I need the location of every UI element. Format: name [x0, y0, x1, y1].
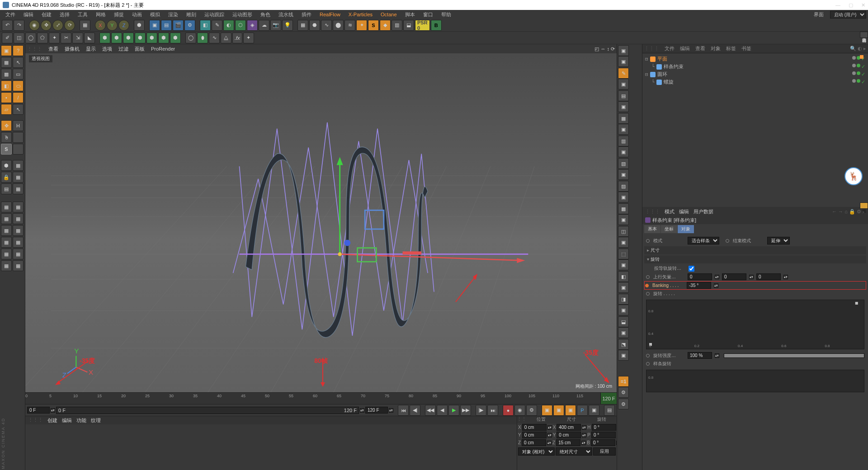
menu-octane[interactable]: Octane — [377, 11, 400, 18]
dynamics-icon[interactable]: ⬤ — [333, 20, 344, 31]
vp-tab-options[interactable]: 选项 — [102, 46, 112, 52]
spinner-icon[interactable]: ▴▾ — [51, 408, 55, 413]
r11-icon[interactable]: ◧ — [618, 271, 629, 282]
octane-icon[interactable]: ▥ — [392, 20, 402, 31]
generator-icon[interactable]: ⬡ — [235, 20, 246, 31]
play-rev-icon[interactable]: ◀ — [437, 405, 448, 416]
pal9-icon[interactable]: ▦ — [1, 249, 12, 259]
pen-spline-icon[interactable]: ✎ — [212, 20, 222, 31]
menu-anim[interactable]: 动画 — [128, 10, 146, 19]
selection-rect-icon[interactable]: ◫ — [14, 33, 24, 43]
grid1-icon[interactable]: ▦ — [13, 160, 24, 171]
hair-icon[interactable]: ∿ — [321, 20, 332, 31]
vp-tab-display[interactable]: 显示 — [86, 46, 96, 52]
select-live-icon[interactable]: ◉ — [29, 20, 40, 31]
attr-tab-edit[interactable]: 编辑 — [679, 208, 689, 215]
workplane-icon[interactable]: ◧ — [1, 80, 12, 91]
undo-icon[interactable]: ↶ — [2, 20, 13, 31]
r13b-icon[interactable]: ▣ — [618, 327, 629, 338]
r-eq-icon[interactable]: =1 — [618, 376, 629, 387]
xp2-icon[interactable]: S — [368, 20, 379, 31]
attr-spline-rot-graph[interactable]: 0.8 — [646, 370, 864, 392]
close-button[interactable]: ✕ — [861, 2, 865, 8]
pal12-icon[interactable]: ▦ — [13, 260, 24, 271]
hier-tab-view[interactable]: 查看 — [695, 45, 705, 52]
coord-rot-field[interactable] — [592, 424, 616, 431]
hierarchy-item[interactable]: └ 螺旋 ✓ — [644, 78, 866, 86]
r4-icon[interactable]: ▦ — [618, 113, 629, 124]
menu-sculpt[interactable]: 雕刻 — [183, 10, 200, 19]
r7-icon[interactable]: ▨ — [618, 181, 629, 192]
mograph-icon[interactable]: ⬣ — [309, 20, 320, 31]
pointer-icon[interactable]: ↖ — [13, 57, 24, 68]
status-tab-tex[interactable]: 纹理 — [91, 417, 101, 423]
attr-follow-checkbox[interactable] — [689, 266, 694, 272]
r3b-icon[interactable]: ▣ — [618, 101, 629, 112]
axis-mode-icon[interactable]: ✥ — [1, 120, 12, 131]
menu-tools[interactable]: 工具 — [74, 10, 91, 19]
attr-size-section[interactable]: 尺寸 — [644, 246, 866, 254]
menu-create[interactable]: 创建 — [38, 10, 55, 19]
g3-icon[interactable]: ⬢ — [123, 33, 134, 43]
g1-icon[interactable]: ⬢ — [99, 33, 110, 43]
r7b-icon[interactable]: ▣ — [618, 192, 629, 202]
vp-tab-view[interactable]: 查看 — [48, 46, 58, 52]
r2b-icon[interactable]: ▣ — [618, 79, 629, 89]
redo-icon[interactable]: ↷ — [14, 20, 24, 31]
coord-obj-mode[interactable]: 对象 (相对) — [518, 447, 555, 456]
r12-icon[interactable]: ◨ — [618, 294, 629, 305]
xp-icon[interactable]: ✦ — [356, 20, 367, 31]
rotate-icon[interactable]: ⟳ — [64, 20, 75, 31]
extrude-icon[interactable]: ⇲ — [72, 33, 83, 43]
axis-y-icon[interactable]: Y — [107, 20, 118, 31]
menu-script[interactable]: 脚本 — [401, 10, 419, 19]
vp-tab-prorender[interactable]: ProRender — [151, 46, 175, 52]
autokey-icon[interactable]: ◉ — [514, 405, 525, 416]
r2-icon[interactable]: ✎ — [618, 68, 629, 79]
hier-tab-obj[interactable]: 对象 — [711, 45, 721, 52]
play-ff-icon[interactable]: ▶▶ — [460, 405, 471, 416]
r-gear-icon[interactable]: ⚙ — [618, 387, 629, 398]
g7-icon[interactable]: ⬢ — [170, 33, 181, 43]
brush-icon[interactable]: ✐ — [2, 33, 13, 43]
timeline-current[interactable]: 0 F — [58, 408, 66, 413]
r14-icon[interactable]: ⬔ — [618, 339, 629, 350]
menu-pipe[interactable]: 流水线 — [275, 10, 297, 19]
vp-tab-filter[interactable]: 过滤 — [118, 46, 128, 52]
lasso2-icon[interactable]: ⬭ — [13, 80, 24, 91]
pal1-icon[interactable]: ▦ — [1, 202, 12, 212]
timeline-range-field[interactable] — [365, 407, 388, 414]
sp-icon[interactable]: ▴▾ — [715, 275, 719, 279]
grid3-icon[interactable]: ▦ — [13, 183, 24, 194]
symmetry-icon[interactable]: ⧋ — [221, 33, 231, 43]
grid2-icon[interactable]: ▦ — [13, 172, 24, 183]
spinner2-icon[interactable]: ▴▾ — [360, 408, 364, 413]
sp-icon[interactable]: ▴▾ — [783, 275, 788, 279]
snap-s-icon[interactable]: S — [1, 144, 12, 155]
bevel-icon[interactable]: ◣ — [84, 33, 95, 43]
menu-realflow[interactable]: RealFlow — [316, 11, 344, 18]
model-mode-icon[interactable]: ▦ — [1, 57, 12, 68]
r8-icon[interactable]: ▩ — [618, 203, 629, 214]
keyopt-icon[interactable]: ⚙ — [526, 405, 537, 416]
sp-icon[interactable]: ▴▾ — [714, 283, 718, 288]
keysel2-icon[interactable]: ▣ — [553, 405, 564, 416]
tool1-icon[interactable]: ⬓ — [403, 20, 414, 31]
menu-track[interactable]: 运动跟踪 — [201, 10, 228, 19]
g5-icon[interactable]: ⬢ — [146, 33, 157, 43]
render-pv-icon[interactable]: 🎬 — [173, 20, 184, 31]
play-back-icon[interactable]: ◀◀ — [425, 405, 436, 416]
g2-icon[interactable]: ⬢ — [111, 33, 122, 43]
menu-help[interactable]: 帮助 — [438, 10, 455, 19]
poly-mode-icon[interactable]: ▱ — [1, 104, 12, 115]
hier-tab-tag[interactable]: 标签 — [726, 45, 736, 52]
pal4-icon[interactable]: ▦ — [13, 213, 24, 224]
r6-icon[interactable]: ▧ — [618, 158, 629, 169]
tag-icon[interactable] — [860, 55, 863, 59]
g6-icon[interactable]: ⬢ — [158, 33, 169, 43]
menu-edit[interactable]: 编辑 — [20, 10, 37, 19]
magic-wand-icon[interactable]: ✦ — [49, 33, 60, 43]
r13-icon[interactable]: ⬓ — [618, 316, 629, 327]
blank2-icon[interactable] — [13, 144, 24, 155]
menu-plugin[interactable]: 插件 — [298, 10, 315, 19]
